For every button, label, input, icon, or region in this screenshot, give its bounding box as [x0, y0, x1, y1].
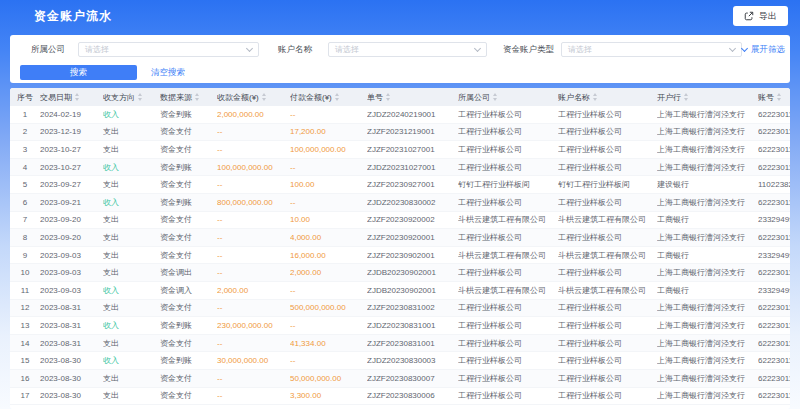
cell-payment: 17,200.00: [290, 127, 367, 136]
table-row[interactable]: 42023-10-27收入资金到账100,000,000.00--ZJDZ202…: [10, 159, 790, 177]
cell-account_no: 622230111: [758, 233, 790, 242]
cell-bank: 上海工商银行漕河泾支行: [657, 320, 758, 331]
search-button[interactable]: 搜索: [20, 65, 137, 80]
cell-no: 4: [10, 163, 40, 172]
cell-date: 2023-09-03: [40, 286, 103, 295]
table-row[interactable]: 12024-02-19收入资金到账2,000,000.00--ZJDZ20240…: [10, 106, 790, 124]
column-label: 数据来源: [160, 92, 192, 103]
table-row[interactable]: 62023-09-21收入资金到账800,000,000.00--ZJDZ202…: [10, 194, 790, 212]
account-type-select[interactable]: 请选择: [561, 42, 742, 57]
cell-source: 资金支付: [160, 390, 217, 401]
cell-bank: 上海工商银行漕河泾支行: [657, 302, 758, 313]
cell-payment: --: [290, 321, 367, 330]
cell-date: 2023-10-27: [40, 145, 103, 154]
cell-company: 工程行业样板公司: [458, 267, 558, 278]
table-row[interactable]: 122023-08-31支出资金支付--500,000,000.00ZJZF20…: [10, 300, 790, 318]
cell-account_no: 23329499: [758, 215, 790, 224]
cell-direction: 支出: [103, 302, 160, 313]
cell-direction: 支出: [103, 126, 160, 137]
table-row[interactable]: 162023-08-30支出资金支付--50,000,000.00ZJZF202…: [10, 370, 790, 388]
cell-account_name: 工程行业样板公司: [558, 144, 657, 155]
cell-company: 工程行业样板公司: [458, 126, 558, 137]
cell-income: --: [217, 180, 290, 189]
cell-payment: --: [290, 163, 367, 172]
cell-source: 资金支付: [160, 214, 217, 225]
export-button-label: 导出: [759, 10, 777, 23]
cell-no: 17: [10, 391, 40, 400]
cell-direction: 支出: [103, 390, 160, 401]
column-header-bank[interactable]: 开户行: [657, 92, 758, 103]
column-header-direction[interactable]: 收支方向: [103, 92, 160, 103]
cell-order_no: ZJDB20230902001: [367, 268, 458, 277]
cell-source: 资金调出: [160, 267, 217, 278]
cell-account_no: 622230111: [758, 198, 790, 207]
column-header-date[interactable]: 交易日期: [40, 92, 103, 103]
cell-source: 资金支付: [160, 373, 217, 384]
cell-bank: 工商银行: [657, 250, 758, 261]
cell-order_no: ZJZF20231027001: [367, 145, 458, 154]
expand-filters-link[interactable]: 展开筛选: [742, 44, 785, 56]
cell-account_name: 工程行业样板公司: [558, 320, 657, 331]
cell-order_no: ZJDZ20240219001: [367, 110, 458, 119]
cell-income: 2,000.00: [217, 286, 290, 295]
cell-direction: 支出: [103, 144, 160, 155]
cell-no: 8: [10, 233, 40, 242]
cell-date: 2023-12-19: [40, 127, 103, 136]
table-row[interactable]: 112023-09-03收入资金调入2,000.00--ZJDB20230902…: [10, 282, 790, 300]
sort-icon: [335, 93, 339, 101]
sort-icon: [262, 93, 266, 101]
table-row[interactable]: 142023-08-31支出资金支付--41,334.00ZJZF2023083…: [10, 335, 790, 353]
account-name-select[interactable]: 请选择: [328, 42, 487, 57]
table-row[interactable]: 82023-09-20支出资金支付--4,000.00ZJZF202309200…: [10, 229, 790, 247]
cell-no: 12: [10, 303, 40, 312]
table-row[interactable]: 32023-10-27支出资金支付--100,000,000.00ZJZF202…: [10, 141, 790, 159]
column-header-order_no[interactable]: 单号: [367, 92, 458, 103]
export-button[interactable]: 导出: [733, 6, 788, 26]
cell-date: 2023-08-30: [40, 374, 103, 383]
cell-payment: 100.00: [290, 180, 367, 189]
cell-income: --: [217, 215, 290, 224]
cell-bank: 上海工商银行漕河泾支行: [657, 144, 758, 155]
cell-no: 11: [10, 286, 40, 295]
table-row[interactable]: 92023-09-03支出资金支付--16,000.00ZJZF20230902…: [10, 247, 790, 265]
column-header-source[interactable]: 数据来源: [160, 92, 217, 103]
cell-account_no: 110223821: [758, 180, 790, 189]
table-row[interactable]: 172023-08-30支出资金支付--3,300.00ZJZF20230830…: [10, 388, 790, 406]
column-header-account_name[interactable]: 账户名称: [558, 92, 657, 103]
table-row[interactable]: 102023-09-03支出资金调出--2,000.00ZJDB20230902…: [10, 264, 790, 282]
export-icon: [744, 11, 754, 21]
company-select[interactable]: 请选择: [78, 42, 259, 57]
table-row[interactable]: 132023-08-31收入资金到账230,000,000.00--ZJDZ20…: [10, 317, 790, 335]
filter-actions: 搜索 清空搜索: [20, 57, 778, 80]
cell-company: 工程行业样板公司: [458, 390, 558, 401]
cell-income: 30,000,000.00: [217, 356, 290, 365]
table-row[interactable]: 152023-08-30收入资金到账30,000,000.00--ZJDZ202…: [10, 352, 790, 370]
column-header-payment[interactable]: 付款金额(¥): [290, 92, 367, 103]
column-label: 账户名称: [558, 92, 590, 103]
cell-account_name: 工程行业样板公司: [558, 338, 657, 349]
sort-icon: [493, 93, 497, 101]
column-label: 付款金额(¥): [290, 92, 332, 103]
sort-icon: [138, 93, 142, 101]
column-header-income[interactable]: 收款金额(¥): [217, 92, 290, 103]
cell-account_no: 622230111: [758, 321, 790, 330]
table-row[interactable]: 52023-09-27支出资金支付--100.00ZJZF20230927001…: [10, 176, 790, 194]
cell-date: 2023-09-20: [40, 215, 103, 224]
cell-company: 钉钉工程行业样板间: [458, 179, 558, 190]
sort-icon: [684, 93, 688, 101]
clear-search-button[interactable]: 清空搜索: [151, 67, 185, 79]
cell-company: 斗栱云建筑工程有限公司: [458, 285, 558, 296]
column-header-account_no[interactable]: 账号: [758, 92, 790, 103]
cell-account_name: 工程行业样板公司: [558, 373, 657, 384]
cell-order_no: ZJDZ20230830003: [367, 356, 458, 365]
cell-account_name: 工程行业样板公司: [558, 355, 657, 366]
cell-income: --: [217, 303, 290, 312]
table-row[interactable]: 72023-09-20支出资金支付--10.00ZJZF20230920002斗…: [10, 212, 790, 230]
table-header-row: 序号交易日期收支方向数据来源收款金额(¥)付款金额(¥)单号所属公司账户名称开户…: [10, 88, 790, 106]
cell-date: 2023-09-03: [40, 268, 103, 277]
cell-payment: --: [290, 286, 367, 295]
cell-direction: 收入: [103, 355, 160, 366]
cell-date: 2023-10-27: [40, 163, 103, 172]
column-header-company[interactable]: 所属公司: [458, 92, 558, 103]
table-row[interactable]: 22023-12-19支出资金支付--17,200.00ZJZF20231219…: [10, 124, 790, 142]
